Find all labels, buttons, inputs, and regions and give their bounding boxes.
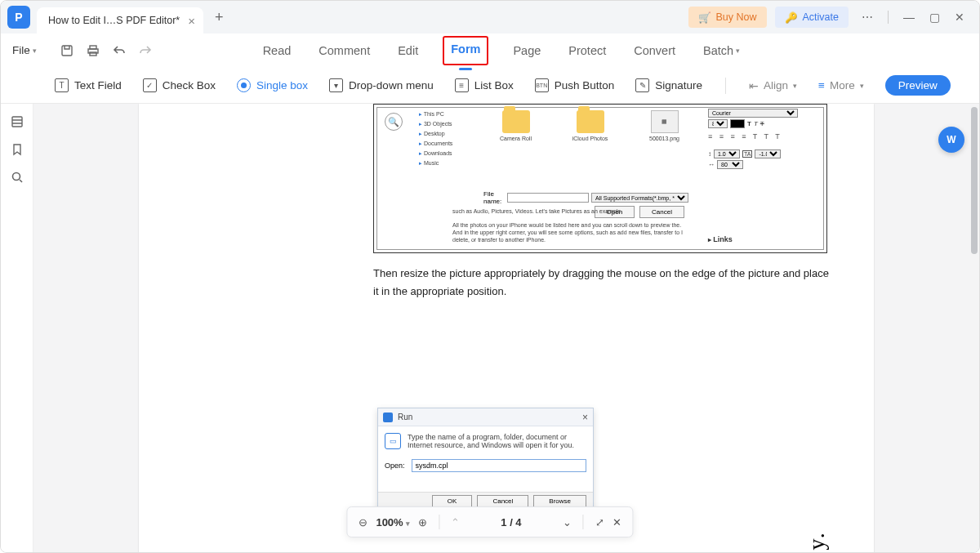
more-ellipsis-icon[interactable]: ⋯ <box>862 11 873 24</box>
more-dropdown[interactable]: ≡More▾ <box>818 79 864 91</box>
main-menu: Read Comment Edit Form Page Protect Conv… <box>153 36 850 65</box>
menu-page[interactable]: Page <box>510 42 544 59</box>
next-page-icon[interactable]: ⌄ <box>563 516 572 528</box>
close-bar-icon[interactable]: ✕ <box>612 516 621 528</box>
menubar: File▾ Read Comment Edit Form Page Protec… <box>1 33 979 68</box>
zoom-out-icon[interactable]: ⊖ <box>359 516 368 528</box>
filename-label: File name: <box>483 190 505 205</box>
italic-icon: T <box>754 120 758 127</box>
align-label: Align <box>764 79 788 91</box>
tool-signature[interactable]: ✎Signature <box>635 78 702 92</box>
zoom-in-icon[interactable]: ⊕ <box>418 516 427 528</box>
menu-batch[interactable]: Batch▾ <box>700 42 743 59</box>
pdf-page: 🔍 This PC 3D Objects Desktop Documents D… <box>139 104 874 552</box>
check-box-label: Check Box <box>163 79 216 91</box>
tree-item: 3D Objects <box>419 119 483 129</box>
bottom-toolbar: ⊖ 100% ▾ ⊕ ⌃ 1 / 4 ⌄ ⤢ ✕ <box>346 506 633 537</box>
document-tab[interactable]: How to Edit I…S PDF Editor* × <box>37 7 203 33</box>
image-item: ▦500013.png <box>645 110 684 159</box>
menu-read[interactable]: Read <box>260 42 295 59</box>
file-menu[interactable]: File▾ <box>7 41 42 60</box>
zoom-level[interactable]: 100% ▾ <box>376 516 410 528</box>
tool-text-field[interactable]: TText Field <box>55 78 122 92</box>
chevron-down-icon: ▾ <box>406 520 410 528</box>
new-tab-button[interactable]: + <box>215 9 224 26</box>
tool-check-box[interactable]: ✓Check Box <box>143 78 216 92</box>
menu-edit[interactable]: Edit <box>394 42 421 59</box>
tree-item: Downloads <box>419 149 483 158</box>
menu-protect[interactable]: Protect <box>565 42 609 59</box>
divider <box>888 11 889 24</box>
format-panel: Courier 8 T T T ≡ ≡ ≡ ≡ T T T <box>706 108 821 247</box>
activate-button[interactable]: 🔑 Activate <box>775 7 849 28</box>
undo-icon[interactable] <box>112 43 127 58</box>
tree-item: Documents <box>419 139 483 149</box>
file-grid: Camera Roll iCloud Photos ▦500013.png <box>492 110 688 159</box>
preview-button[interactable]: Preview <box>885 75 951 96</box>
article-text: such as Audio, Pictures, Videos. Let's t… <box>452 207 688 243</box>
menu-comment[interactable]: Comment <box>315 42 373 59</box>
page-indicator[interactable]: 1 / 4 <box>501 516 521 528</box>
print-icon[interactable] <box>86 43 100 58</box>
maximize-icon[interactable]: ▢ <box>929 11 940 24</box>
tool-dropdown[interactable]: ▾Drop-down menu <box>329 78 434 92</box>
thumbnails-icon[interactable] <box>11 115 24 128</box>
svg-rect-4 <box>12 117 22 127</box>
form-toolbar: TText Field ✓Check Box Single box ▾Drop-… <box>1 68 979 104</box>
menu-form[interactable]: Form <box>443 36 488 65</box>
app-logo: P <box>7 6 30 29</box>
left-sidebar <box>1 104 33 552</box>
svg-rect-3 <box>90 52 96 56</box>
tool-single-box[interactable]: Single box <box>237 78 308 92</box>
fullscreen-icon[interactable]: ⤢ <box>595 516 604 528</box>
bookmark-icon[interactable] <box>11 143 24 156</box>
article-paragraph: All the photos on your iPhone would be l… <box>452 221 688 243</box>
search-circle-icon: 🔍 <box>385 113 403 131</box>
chevron-down-icon: ▾ <box>736 47 740 55</box>
activate-label: Activate <box>803 11 839 23</box>
prev-page-icon[interactable]: ⌃ <box>451 516 460 528</box>
strike-icon: T <box>760 120 764 127</box>
save-icon[interactable] <box>60 43 74 58</box>
tracking-icon: TA <box>742 150 752 158</box>
separator <box>439 515 439 529</box>
batch-label: Batch <box>703 44 733 57</box>
embedded-screenshot-1: 🔍 This PC 3D Objects Desktop Documents D… <box>373 104 827 253</box>
color-swatch <box>730 119 745 128</box>
search-icon[interactable] <box>11 171 24 184</box>
file-tree: This PC 3D Objects Desktop Documents Dow… <box>417 108 484 170</box>
vertical-scrollbar[interactable] <box>971 107 978 254</box>
close-tab-icon[interactable]: × <box>188 14 195 28</box>
line-height-select: 1.0 <box>714 149 740 158</box>
app-body: 🔍 This PC 3D Objects Desktop Documents D… <box>1 104 979 552</box>
file-name: iCloud Photos <box>572 136 608 141</box>
chevron-down-icon: ▾ <box>33 47 37 55</box>
line-height-icon: ↕ <box>708 150 711 158</box>
canvas-area[interactable]: 🔍 This PC 3D Objects Desktop Documents D… <box>33 104 979 552</box>
chevron-down-icon: ▾ <box>793 82 797 90</box>
tool-list-box[interactable]: ≡List Box <box>455 78 514 92</box>
key-icon: 🔑 <box>785 11 798 24</box>
file-label: File <box>12 44 30 56</box>
folder-item: iCloud Photos <box>571 110 610 159</box>
list-box-label: List Box <box>474 79 514 91</box>
menu-convert[interactable]: Convert <box>630 42 679 59</box>
close-icon: × <box>582 412 588 423</box>
run-icon <box>383 413 393 422</box>
app-window: P How to Edit I…S PDF Editor* × + 🛒 Buy … <box>0 0 980 553</box>
buy-label: Buy Now <box>716 11 757 23</box>
tool-push-button[interactable]: BTNPush Button <box>535 78 615 92</box>
signature-field[interactable]: Tracy. <box>803 531 829 552</box>
close-window-icon[interactable]: ✕ <box>955 11 964 24</box>
word-float-button[interactable]: W <box>938 127 964 153</box>
tree-item: Music <box>419 158 483 168</box>
push-button-label: Push Button <box>555 79 615 91</box>
folder-icon <box>502 110 530 133</box>
cart-icon: 🛒 <box>698 11 711 24</box>
redo-icon[interactable] <box>138 43 153 58</box>
align-dropdown[interactable]: ⇤Align▾ <box>749 79 797 92</box>
minimize-icon[interactable]: — <box>903 11 915 24</box>
buy-now-button[interactable]: 🛒 Buy Now <box>688 7 767 28</box>
font-size-select: 8 <box>708 119 728 128</box>
dropdown-label: Drop-down menu <box>349 79 434 91</box>
